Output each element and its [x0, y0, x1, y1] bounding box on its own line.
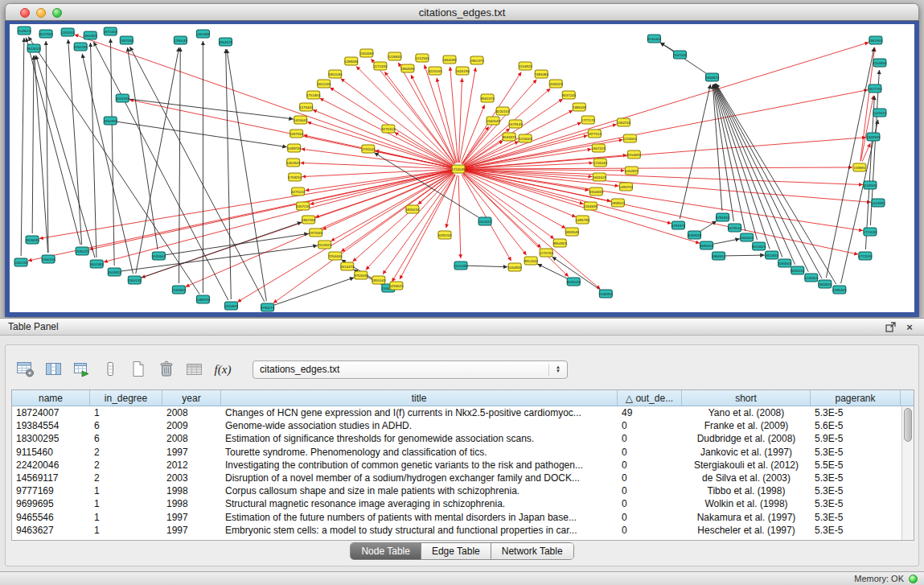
- graph-node[interactable]: 8039633: [688, 231, 702, 239]
- table-row[interactable]: 977716911998Corpus callosum shape and si…: [12, 484, 914, 497]
- graph-node[interactable]: 1514457: [478, 217, 492, 225]
- graph-node[interactable]: 1751853: [306, 91, 321, 99]
- graph-node[interactable]: 3275313: [381, 125, 396, 133]
- graph-edge[interactable]: [141, 222, 302, 278]
- table-row[interactable]: 969969511998Structural magnetic resonanc…: [12, 497, 914, 510]
- graph-edge[interactable]: [395, 133, 453, 167]
- graph-node[interactable]: 8517943: [39, 30, 54, 38]
- minimize-window-button[interactable]: [36, 8, 46, 18]
- table-row[interactable]: 1938455462009Genome-wide association stu…: [12, 419, 914, 432]
- close-window-button[interactable]: [20, 8, 30, 18]
- graph-edge[interactable]: [465, 169, 863, 184]
- graph-edge[interactable]: [36, 56, 95, 258]
- graph-node[interactable]: 7485033: [573, 103, 587, 111]
- table-row[interactable]: 2242004622012Investigating the contribut…: [12, 459, 914, 472]
- float-panel-icon[interactable]: [884, 320, 897, 333]
- graph-node[interactable]: 5295743: [437, 231, 452, 239]
- graph-node[interactable]: 1128453: [804, 274, 818, 282]
- graph-node[interactable]: 8245023: [567, 278, 581, 286]
- graph-node[interactable]: 1861823: [84, 31, 98, 39]
- graph-edge[interactable]: [713, 239, 739, 245]
- graph-node[interactable]: 1320833: [224, 302, 239, 310]
- graph-edge[interactable]: [129, 47, 264, 302]
- graph-edge[interactable]: [273, 278, 354, 306]
- network-canvas[interactable]: 1724045185103416012451751853127544314200…: [5, 21, 919, 317]
- graph-node[interactable]: 3160193: [74, 43, 88, 51]
- graph-node[interactable]: 1187533: [290, 130, 303, 138]
- graph-node[interactable]: 159381: [853, 163, 866, 171]
- graph-edge[interactable]: [715, 84, 795, 265]
- graph-node[interactable]: 5294523: [389, 282, 404, 290]
- graph-edge[interactable]: [458, 175, 461, 258]
- graph-node[interactable]: 1973343: [309, 229, 323, 237]
- graph-node[interactable]: 1275443: [299, 103, 314, 111]
- graph-edge[interactable]: [725, 255, 765, 256]
- graph-node[interactable]: 1094503: [778, 259, 792, 267]
- graph-node[interactable]: 1054931: [625, 167, 639, 175]
- window-titlebar[interactable]: citations_edges.txt: [5, 3, 919, 21]
- graph-node[interactable]: 9561373: [481, 94, 495, 102]
- tab-network-table[interactable]: Network Table: [491, 543, 573, 559]
- graph-edge[interactable]: [93, 42, 228, 300]
- graph-node[interactable]: 1864653: [818, 280, 832, 288]
- memory-status-icon[interactable]: [909, 575, 918, 583]
- graph-node[interactable]: 6791973: [671, 221, 686, 229]
- graph-node[interactable]: 1495793: [576, 216, 590, 224]
- graph-edge[interactable]: [35, 56, 48, 253]
- graph-edge[interactable]: [465, 171, 858, 254]
- graph-edge[interactable]: [425, 65, 457, 163]
- graph-edge[interactable]: [463, 89, 550, 165]
- graph-node[interactable]: 1877513: [588, 130, 602, 138]
- graph-node[interactable]: 9154693: [589, 187, 604, 196]
- graph-node[interactable]: 1143413: [873, 109, 887, 117]
- graph-node[interactable]: 1226843: [388, 52, 402, 60]
- graph-node[interactable]: 1860593: [400, 64, 415, 72]
- graph-node[interactable]: 1664093: [442, 56, 457, 64]
- graph-edge[interactable]: [26, 38, 80, 245]
- graph-node[interactable]: 1679143: [509, 120, 524, 128]
- graph-node[interactable]: 2731143: [361, 145, 375, 153]
- graph-node[interactable]: 1759253: [288, 173, 302, 181]
- graph-node[interactable]: 1546953: [599, 290, 614, 298]
- graph-edge[interactable]: [237, 172, 453, 302]
- graph-node[interactable]: 9245013: [791, 266, 805, 274]
- graph-node[interactable]: 1721033: [863, 228, 877, 236]
- graph-node[interactable]: 2200583: [359, 49, 374, 57]
- graph-node[interactable]: 6695033: [700, 241, 714, 249]
- graph-edge[interactable]: [301, 163, 452, 168]
- graph-edge[interactable]: [383, 175, 454, 274]
- graph-node[interactable]: 1827743: [868, 84, 882, 93]
- tab-edge-table[interactable]: Edge Table: [421, 543, 491, 559]
- column-width-button[interactable]: [99, 358, 121, 381]
- graph-node[interactable]: 7254403: [328, 252, 343, 260]
- graph-edge[interactable]: [227, 49, 266, 301]
- graph-edge[interactable]: [392, 175, 454, 282]
- graph-node[interactable]: 4275122: [291, 187, 306, 196]
- graph-node[interactable]: 1347053: [120, 36, 134, 44]
- import-table-button[interactable]: [71, 358, 93, 381]
- graph-edge[interactable]: [179, 47, 180, 283]
- graph-node[interactable]: 6772033: [858, 252, 873, 260]
- graph-node[interactable]: 1626193: [455, 67, 470, 75]
- graph-edge[interactable]: [465, 170, 871, 203]
- graph-edge[interactable]: [467, 266, 507, 267]
- graph-node[interactable]: 1424933: [871, 199, 885, 207]
- graph-node[interactable]: 7524523: [318, 241, 332, 249]
- graph-node[interactable]: 1614473: [340, 262, 355, 270]
- scrollbar-thumb[interactable]: [904, 408, 912, 442]
- zoom-window-button[interactable]: [52, 8, 62, 18]
- graph-edge[interactable]: [90, 43, 97, 257]
- graph-edge[interactable]: [68, 39, 82, 245]
- graph-node[interactable]: 1212543: [415, 54, 429, 62]
- graph-node[interactable]: 6679143: [728, 224, 742, 232]
- table-row[interactable]: 1830029562008Estimation of significance …: [12, 432, 914, 445]
- graph-node[interactable]: 1171333: [373, 62, 387, 70]
- function-builder-button[interactable]: f(x): [211, 358, 234, 381]
- graph-node[interactable]: 1904573: [219, 38, 233, 46]
- graph-edge[interactable]: [465, 167, 852, 169]
- graph-edge[interactable]: [136, 47, 179, 274]
- graph-node[interactable]: 2167043: [673, 51, 688, 59]
- graph-node[interactable]: 1724045: [451, 165, 466, 173]
- graph-edge[interactable]: [104, 171, 452, 262]
- column-header-in_degree[interactable]: in_degree: [90, 390, 162, 406]
